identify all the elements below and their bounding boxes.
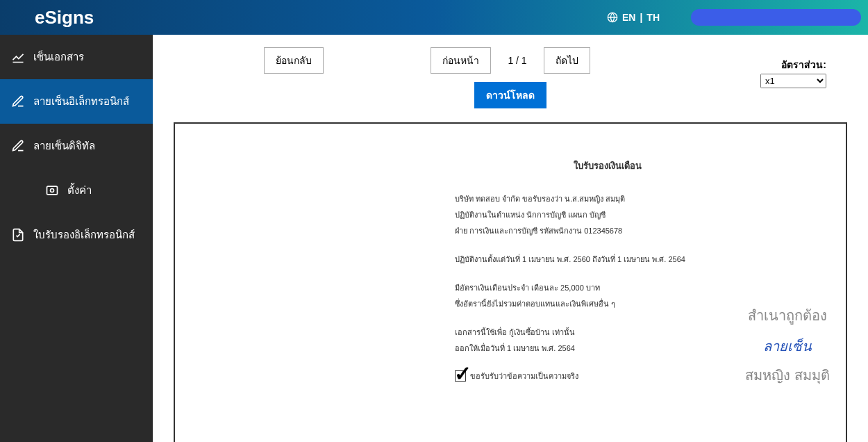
ratio-select[interactable]: x1 xyxy=(760,74,826,88)
doc-line: ออกให้เมื่อวันที่ 1 เมษายน พ.ศ. 2564 xyxy=(455,342,760,354)
edit-icon xyxy=(11,139,25,153)
doc-line: ฝ่าย การเงินและการบัญชี รหัสพนักงาน 0123… xyxy=(455,224,760,237)
confirmation-check: ✓ ขอรับรับว่าข้อความเป็นความจริง xyxy=(455,370,760,382)
document-page: ใบรับรองเงินเดือน บริษัท ทดสอบ จำกัด ขอร… xyxy=(427,124,788,442)
check-text: ขอรับรับว่าข้อความเป็นความจริง xyxy=(470,370,578,382)
pen-icon xyxy=(11,50,25,64)
prev-page-button[interactable]: ก่อนหน้า xyxy=(431,47,491,74)
edit-icon xyxy=(11,95,25,108)
back-button[interactable]: ย้อนกลับ xyxy=(264,47,324,74)
checkbox-icon: ✓ xyxy=(455,370,466,382)
sidebar-item-esignature[interactable]: ลายเซ็นอิเล็กทรอนิกส์ xyxy=(0,79,153,124)
settings-icon xyxy=(45,183,59,197)
sidebar-item-ecertificate[interactable]: ใบรับรองอิเล็กทรอนิกส์ xyxy=(0,213,153,257)
download-button[interactable]: ดาวน์โหลด xyxy=(474,82,546,108)
main-content: ย้อนกลับ ก่อนหน้า 1 / 1 ถัดไป อัตราส่วน:… xyxy=(153,35,868,442)
lang-divider: | xyxy=(640,12,642,23)
language-switcher[interactable]: EN | TH xyxy=(607,12,660,23)
svg-rect-1 xyxy=(47,186,58,195)
doc-line: มีอัตราเงินเดือนประจำ เดือนละ 25,000 บาท xyxy=(455,281,760,294)
globe-icon xyxy=(607,12,618,23)
sidebar: เซ็นเอกสาร ลายเซ็นอิเล็กทรอนิกส์ ลายเซ็น… xyxy=(0,35,153,442)
cert-icon xyxy=(11,228,25,242)
stamp-name: สมหญิง สมมุติ xyxy=(745,364,830,386)
stamp-correct: สำเนาถูกต้อง xyxy=(745,304,830,327)
sidebar-item-label: ลายเซ็นดิจิทัล xyxy=(33,138,95,154)
doc-line: ปฏิบัติงานในตำแหน่ง นักการบัญชี แผนก บัญ… xyxy=(455,208,760,221)
lang-en[interactable]: EN xyxy=(622,12,635,23)
doc-line: ซึ่งอัตรานี้ยังไม่รวมค่าตอบแทนและเงินพิเ… xyxy=(455,297,760,310)
sidebar-item-settings[interactable]: ตั้งค่า xyxy=(0,168,153,213)
doc-line: บริษัท ทดสอบ จำกัด ขอรับรองว่า น.ส.สมหญิ… xyxy=(455,193,760,205)
header-action-pill[interactable] xyxy=(691,9,861,26)
doc-title: ใบรับรองเงินเดือน xyxy=(455,158,760,173)
svg-point-2 xyxy=(51,189,54,193)
ratio-label: อัตราส่วน: xyxy=(760,57,826,72)
toolbar: ย้อนกลับ ก่อนหน้า 1 / 1 ถัดไป อัตราส่วน:… xyxy=(153,35,868,115)
document-viewer: ใบรับรองเงินเดือน บริษัท ทดสอบ จำกัด ขอร… xyxy=(174,122,847,442)
sidebar-item-label: ตั้งค่า xyxy=(67,182,92,199)
doc-line: ปฏิบัติงานตั้งแต่วันที่ 1 เมษายน พ.ศ. 25… xyxy=(455,253,760,265)
sidebar-item-label: เซ็นเอกสาร xyxy=(33,49,84,65)
top-header: eSigns EN | TH xyxy=(0,0,868,35)
next-page-button[interactable]: ถัดไป xyxy=(544,47,590,74)
doc-line: เอกสารนี้ใช้เพื่อ กู้เงินซื้อบ้าน เท่านั… xyxy=(455,326,760,338)
sidebar-item-label: ลายเซ็นอิเล็กทรอนิกส์ xyxy=(33,93,129,110)
stamp-signature: ลายเซ็น xyxy=(745,335,830,357)
lang-th[interactable]: TH xyxy=(646,12,660,23)
sidebar-item-label: ใบรับรองอิเล็กทรอนิกส์ xyxy=(33,227,135,243)
page-indicator: 1 / 1 xyxy=(502,55,532,66)
sidebar-item-digital-sig[interactable]: ลายเซ็นดิจิทัล xyxy=(0,124,153,168)
signature-stamp: สำเนาถูกต้อง ลายเซ็น สมหญิง สมมุติ xyxy=(745,304,830,386)
app-logo: eSigns xyxy=(35,7,94,28)
sidebar-item-sign-doc[interactable]: เซ็นเอกสาร xyxy=(0,35,153,79)
